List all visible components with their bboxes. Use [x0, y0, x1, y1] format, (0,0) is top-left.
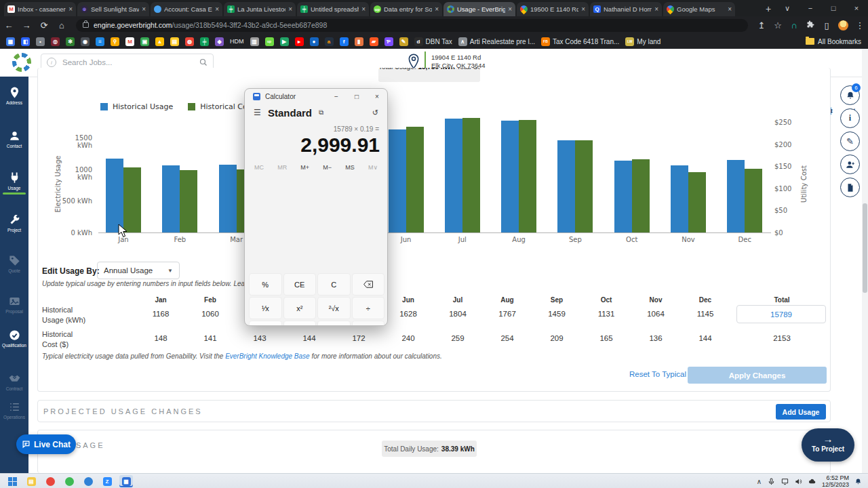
tab-close-icon[interactable]: ×: [508, 5, 512, 13]
file-explorer-icon[interactable]: ▤: [24, 475, 38, 487]
sidebar-item-qualification[interactable]: Qualification: [0, 329, 28, 348]
tab-close-icon[interactable]: ×: [288, 5, 292, 13]
bookmark-item-6[interactable]: ◉: [81, 37, 90, 46]
bookmark-item-29[interactable]: ∧Arti Realestate pre l...: [458, 37, 535, 46]
bookmark-item-9[interactable]: M: [125, 37, 134, 46]
browser-tab-4[interactable]: ╪La Junta Livestock×: [224, 2, 296, 16]
bookmark-item-25[interactable]: ▰: [370, 37, 378, 46]
tab-close-icon[interactable]: ×: [435, 5, 439, 13]
browser-tab-1[interactable]: MInbox - casaenerg×: [4, 2, 76, 16]
calculator-taskbar-icon[interactable]: ▦: [119, 475, 133, 487]
bookmark-item-18[interactable]: up: [265, 37, 274, 46]
bookmark-item-30[interactable]: FBTax Code 6418 Tran...: [541, 37, 619, 46]
calculator-titlebar[interactable]: Calculator −□×: [245, 89, 387, 104]
app-green-icon[interactable]: [62, 475, 76, 487]
add-usage-button[interactable]: Add Usage: [776, 404, 826, 420]
tab-close-icon[interactable]: ×: [728, 5, 732, 13]
zoom-icon[interactable]: Z: [100, 475, 114, 487]
tray-notifications-icon[interactable]: [854, 478, 862, 485]
tab-close-icon[interactable]: ×: [215, 5, 219, 13]
apply-changes-button[interactable]: Apply Changes: [688, 367, 827, 384]
bookmark-item-10[interactable]: ▣: [140, 37, 149, 46]
tray-cloud-icon[interactable]: [808, 478, 816, 485]
calc-key-÷[interactable]: ÷: [352, 297, 385, 319]
sidebar-item-contact[interactable]: Contact: [0, 129, 28, 148]
all-bookmarks[interactable]: All Bookmarks: [806, 38, 861, 45]
reload-icon[interactable]: ⟳: [35, 20, 53, 30]
tray-chevron-up-icon[interactable]: ∧: [757, 478, 762, 485]
calc-maximize-button[interactable]: □: [347, 93, 367, 100]
calc-key-%[interactable]: %: [249, 273, 282, 296]
keep-on-top-icon[interactable]: ⧉: [319, 108, 323, 117]
sidebar-item-address[interactable]: Address: [0, 86, 28, 105]
live-chat-button[interactable]: Live Chat: [16, 434, 76, 454]
bookmark-item-3[interactable]: •: [36, 37, 45, 46]
address-bar[interactable]: engine.goeverbright.com /usage/318b5494-…: [76, 19, 748, 32]
to-project-button[interactable]: → To Project: [802, 428, 854, 462]
calc-close-button[interactable]: ×: [367, 93, 387, 100]
calc-key-CE[interactable]: CE: [283, 273, 317, 296]
reset-to-typical-button[interactable]: Reset To Typical: [629, 370, 686, 378]
calc-key-C[interactable]: C: [317, 273, 351, 296]
bookmark-item-14[interactable]: ╪: [200, 37, 209, 46]
browser-tab-2[interactable]: ☮Sell Sunlight Savin×: [77, 2, 149, 16]
browser-tab-7[interactable]: Usage - EverBrigh×: [443, 2, 515, 16]
bookmark-item-15[interactable]: ◆: [215, 37, 224, 46]
calc-key-¹⁄x[interactable]: ¹⁄x: [249, 297, 282, 319]
forward-icon[interactable]: →: [18, 20, 35, 30]
documents-button[interactable]: [840, 178, 860, 197]
calc-key-x²[interactable]: x²: [283, 297, 317, 319]
bookmark-item-17[interactable]: ▥: [250, 37, 259, 46]
calc-key-²√x[interactable]: ²√x: [317, 297, 351, 319]
bookmark-item-2[interactable]: ◧: [21, 37, 30, 46]
bookmark-item-31[interactable]: LWMy land: [625, 37, 660, 46]
tab-close-icon[interactable]: ×: [361, 5, 366, 13]
edit-usage-dropdown[interactable]: Annual Usage ▼: [97, 262, 180, 279]
clock[interactable]: 6:52 PM12/5/2023: [822, 474, 849, 488]
browser-tab-10[interactable]: Google Maps×: [663, 2, 735, 16]
maximize-button[interactable]: □: [822, 4, 845, 12]
bookmark-item-23[interactable]: f: [340, 37, 349, 46]
home-icon[interactable]: ⌂: [53, 20, 71, 30]
knowledge-base-link[interactable]: EverBright Knowledge Base: [225, 352, 310, 360]
tray-display-icon[interactable]: [781, 478, 789, 485]
tab-close-icon[interactable]: ×: [581, 5, 585, 13]
calc-memory-M+[interactable]: M+: [300, 164, 309, 171]
calc-key-×[interactable]: ×: [352, 321, 385, 326]
scrollbar-thumb[interactable]: [863, 203, 867, 293]
bookmark-item-7[interactable]: ≡: [96, 37, 104, 46]
sidebar-item-project[interactable]: Project: [0, 214, 28, 232]
bookmark-item-28[interactable]: dDBN Tax: [414, 37, 452, 46]
calc-key-7[interactable]: 7: [249, 321, 282, 326]
bookmark-item-26[interactable]: Ƥ: [384, 37, 393, 46]
bookmark-item-1[interactable]: ▦: [6, 37, 15, 46]
browser-tab-6[interactable]: upData entry for Sol×: [370, 2, 442, 16]
calc-menu-icon[interactable]: ☰: [254, 108, 262, 117]
start-button[interactable]: [5, 475, 19, 487]
tray-speaker-icon[interactable]: [795, 478, 802, 485]
total-usage-input[interactable]: 15789: [736, 305, 826, 323]
calc-memory-M−[interactable]: M−: [323, 164, 332, 171]
bookmark-item-8[interactable]: ⚲: [111, 37, 119, 46]
bookmark-item-27[interactable]: ✎: [399, 37, 408, 46]
share-icon[interactable]: ↥: [753, 20, 770, 30]
tab-close-icon[interactable]: ×: [654, 5, 658, 13]
bookmark-item-13[interactable]: ◍: [185, 37, 194, 46]
tab-close-icon[interactable]: ×: [142, 5, 146, 13]
bookmark-item-21[interactable]: ●: [310, 37, 319, 46]
tab-search-icon[interactable]: ∨: [776, 4, 799, 13]
browser-tab-5[interactable]: ╪Untitled spreadsh×: [297, 2, 369, 16]
minimize-button[interactable]: −: [799, 4, 822, 12]
bookmark-item-19[interactable]: ▶: [280, 37, 289, 46]
edge-icon[interactable]: [81, 475, 95, 487]
bookmark-item-24[interactable]: ▮: [355, 37, 363, 46]
extensions-puzzle-icon[interactable]: [802, 20, 818, 30]
bookmark-item-11[interactable]: ▲: [155, 37, 164, 46]
tab-close-icon[interactable]: ×: [68, 5, 73, 13]
calc-memory-MS[interactable]: MS: [345, 164, 355, 171]
browser-tab-8[interactable]: 19500 E 1140 Rd×: [517, 2, 589, 16]
new-tab-button[interactable]: +: [761, 1, 776, 16]
calc-key-⌫[interactable]: [352, 273, 385, 296]
bookmark-item-12[interactable]: ▤: [170, 37, 179, 46]
bookmark-item-5[interactable]: ✻: [66, 37, 75, 46]
